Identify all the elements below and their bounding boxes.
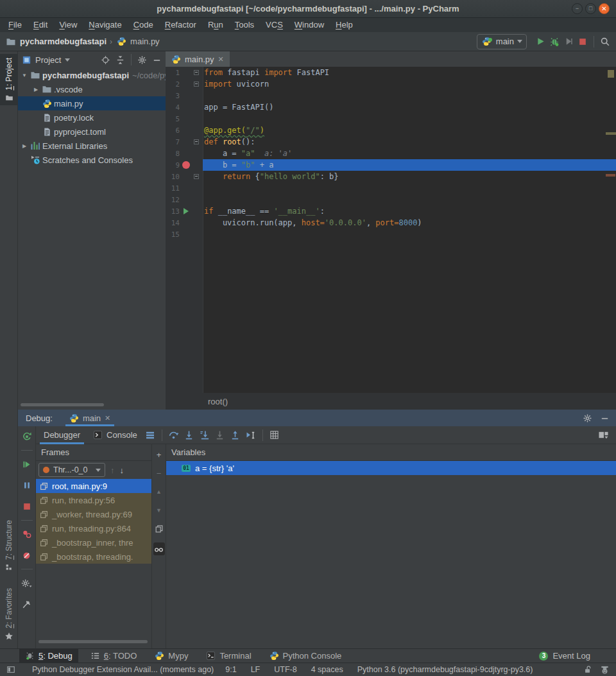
run-configuration-select[interactable]: main [477, 34, 527, 49]
gear-icon[interactable] [583, 413, 592, 423]
tree-item-pycharmdebugfastapi[interactable]: ▼pycharmdebugfastapi~/code/pycharmdebugf… [18, 68, 166, 82]
pause-program-icon[interactable] [19, 478, 35, 493]
editor-tab-main-py[interactable]: main.py ✕ [166, 51, 230, 67]
expander-right-icon[interactable]: ▶ [31, 87, 41, 92]
toolwindow-button-terminal[interactable]: Terminal [200, 649, 257, 663]
frame-run-threading-py-864[interactable]: run, threading.py:864 [36, 521, 151, 535]
frame-bootstrap-inner-thre[interactable]: _bootstrap_inner, thre [36, 535, 151, 550]
code-editor[interactable]: 1from fastapi import FastAPI2import uvic… [166, 67, 616, 393]
toolwindow-button-5-debug[interactable]: 5: Debug [19, 649, 78, 663]
close-tab-icon[interactable]: ✕ [218, 55, 224, 64]
view-breakpoints-icon[interactable] [19, 526, 35, 542]
resume-program-icon[interactable] [19, 456, 35, 472]
breadcrumb-method[interactable]: root() [208, 397, 228, 406]
duplicate-watch-icon[interactable] [153, 524, 165, 534]
line-separator[interactable]: LF [251, 665, 261, 674]
move-watch-down-icon[interactable]: ▼ [153, 505, 165, 516]
debug-button[interactable] [547, 35, 561, 49]
fold-marker-icon[interactable] [192, 70, 200, 75]
expander-down-icon[interactable]: ▼ [19, 73, 30, 78]
run-with-coverage-button[interactable] [561, 35, 576, 49]
tree-item-poetry-lock[interactable]: poetry.lock [18, 110, 166, 125]
code-line-2[interactable]: 2import uvicorn [166, 78, 616, 90]
next-frame-icon[interactable]: ↓ [120, 465, 124, 475]
debug-session-tab[interactable]: main ✕ [65, 410, 114, 426]
menu-item-vcs[interactable]: VCS [260, 18, 289, 32]
force-step-into-icon[interactable] [212, 428, 228, 443]
step-over-icon[interactable] [166, 428, 182, 443]
menu-item-file[interactable]: File [3, 18, 28, 32]
fold-marker-icon[interactable] [192, 82, 200, 87]
menu-item-edit[interactable]: Edit [28, 18, 53, 32]
breadcrumb-file[interactable]: main.py [130, 37, 160, 46]
breadcrumb-project[interactable]: pycharmdebugfastapi [20, 37, 107, 46]
code-line-1[interactable]: 1from fastapi import FastAPI [166, 67, 616, 78]
code-line-15[interactable]: 15 [166, 229, 616, 240]
code-line-7[interactable]: 7def root(): [166, 136, 616, 148]
toolwindow-button-mypy[interactable]: Mypy [149, 649, 194, 663]
menu-item-tools[interactable]: Tools [229, 18, 260, 32]
remove-watch-icon[interactable]: − [153, 468, 165, 478]
maximize-button[interactable]: □ [585, 3, 596, 14]
tree-item-external-libraries[interactable]: ▶External Libraries [18, 139, 166, 153]
menu-item-run[interactable]: Run [202, 18, 229, 32]
toolwindow-button-python-console[interactable]: Python Console [264, 649, 348, 663]
mute-breakpoints-icon[interactable] [19, 548, 35, 563]
stripe-project-button[interactable]: 1: Project [0, 54, 18, 105]
menu-item-view[interactable]: View [53, 18, 83, 32]
code-line-11[interactable]: 11 [166, 182, 616, 194]
menu-item-help[interactable]: Help [330, 18, 359, 32]
breakpoint-icon[interactable] [180, 161, 192, 169]
tab-console[interactable]: Console [88, 426, 142, 444]
hide-panel-icon[interactable] [152, 55, 162, 65]
tree-item-main-py[interactable]: main.py [18, 96, 166, 110]
code-line-10[interactable]: 10 return {"hello world": b} [166, 171, 616, 182]
thread-selector[interactable]: Thr...-0_0 [38, 463, 105, 477]
code-line-14[interactable]: 14 uvicorn.run(app, host='0.0.0.0', port… [166, 217, 616, 229]
search-everywhere-icon[interactable] [598, 35, 612, 49]
stop-button[interactable] [576, 35, 590, 49]
tab-debugger[interactable]: Debugger [38, 426, 85, 444]
frame-bootstrap-threading[interactable]: _bootstrap, threading. [36, 550, 151, 564]
tree-item-pyproject-toml[interactable]: pyproject.toml [18, 125, 166, 139]
run-to-cursor-icon[interactable] [243, 428, 259, 443]
code-line-5[interactable]: 5 [166, 113, 616, 125]
restore-layout-icon[interactable] [595, 428, 611, 443]
locate-file-icon[interactable] [101, 55, 110, 65]
menu-item-refactor[interactable]: Refactor [159, 18, 202, 32]
chevron-down-icon[interactable] [65, 58, 70, 62]
collapse-all-icon[interactable] [116, 55, 125, 65]
interpreter[interactable]: Python 3.6 (pycharmdebugfastapi-9cdjtyrg… [357, 665, 533, 674]
close-button[interactable]: ✕ [599, 3, 610, 14]
close-session-icon[interactable]: ✕ [105, 414, 110, 422]
run-button[interactable] [533, 35, 547, 49]
gear-icon[interactable] [137, 55, 147, 65]
lock-icon[interactable] [583, 665, 592, 674]
breakpoint-scroll-mark[interactable] [606, 174, 615, 177]
frame-root-main-py-9[interactable]: root, main.py:9 [36, 479, 151, 493]
title-bar[interactable]: pycharmdebugfastapi [~/code/pycharmdebug… [0, 0, 616, 18]
run-gutter-icon[interactable] [180, 208, 192, 214]
inspection-indicator[interactable] [608, 70, 614, 78]
code-line-9[interactable]: 9 b = "b" + a [166, 159, 616, 171]
toolwindow-button-6-todo[interactable]: 6: TODO [85, 649, 143, 663]
hide-debug-panel-icon[interactable] [600, 413, 610, 423]
event-log-button[interactable]: 3 Event Log [539, 651, 590, 661]
threads-menu-icon[interactable] [142, 428, 158, 443]
code-line-6[interactable]: 6@app.get("/") [166, 125, 616, 136]
code-line-4[interactable]: 4app = FastAPI() [166, 101, 616, 113]
menu-item-navigate[interactable]: Navigate [83, 18, 127, 32]
menu-item-window[interactable]: Window [289, 18, 330, 32]
code-line-8[interactable]: 8 a = "a" a: 'a' [166, 148, 616, 159]
code-line-12[interactable]: 12 [166, 194, 616, 205]
file-encoding[interactable]: UTF-8 [274, 665, 296, 674]
warning-scroll-mark[interactable] [606, 132, 616, 135]
move-watch-up-icon[interactable]: ▲ [153, 487, 165, 497]
frame-run-thread-py-56[interactable]: run, thread.py:56 [36, 493, 151, 507]
status-message[interactable]: Python Debugger Extension Avail... (mome… [32, 665, 214, 674]
menu-item-code[interactable]: Code [128, 18, 159, 32]
tree-item-scratches-and-consoles[interactable]: Scratches and Consoles [18, 153, 166, 167]
step-into-icon[interactable] [182, 428, 197, 443]
frames-horizontal-scrollbar[interactable] [38, 640, 148, 643]
evaluate-expression-icon[interactable] [267, 428, 282, 443]
